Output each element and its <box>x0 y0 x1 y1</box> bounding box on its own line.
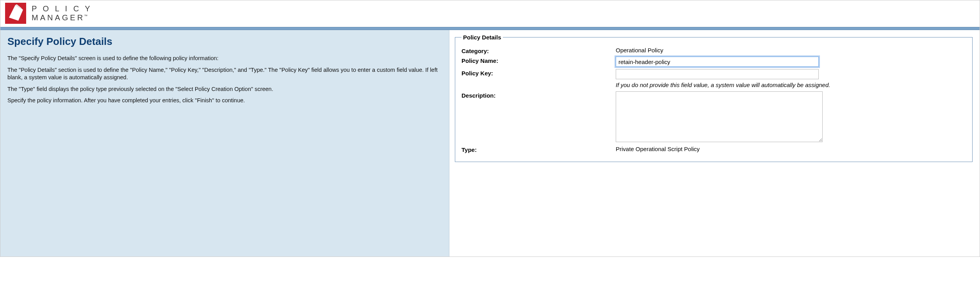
help-paragraph: The "Policy Details" section is used to … <box>7 66 442 82</box>
description-textarea[interactable] <box>616 91 823 142</box>
content: Specify Policy Details The "Specify Poli… <box>0 30 980 256</box>
logo-icon <box>5 3 26 24</box>
brand-line1: P O L I C Y <box>32 4 92 13</box>
form-panel: Policy Details Category: Operational Pol… <box>449 30 980 256</box>
help-paragraph: The "Type" field displays the policy typ… <box>7 86 442 93</box>
header-divider <box>0 27 980 30</box>
policy-key-hint: If you do not provide this field value, … <box>616 82 966 88</box>
brand-line2: MANAGER™ <box>32 13 92 22</box>
row-policy-key: Policy Key: <box>461 69 966 79</box>
label-category: Category: <box>461 47 616 54</box>
label-policy-name: Policy Name: <box>461 57 616 64</box>
brand-tm: ™ <box>84 14 87 18</box>
help-panel: Specify Policy Details The "Specify Poli… <box>0 30 449 256</box>
page-title: Specify Policy Details <box>7 36 442 48</box>
policy-name-input[interactable] <box>616 57 819 67</box>
help-paragraph: Specify the policy information. After yo… <box>7 97 442 105</box>
value-category: Operational Policy <box>616 47 663 53</box>
header: P O L I C Y MANAGER™ <box>0 0 980 27</box>
policy-key-input[interactable] <box>616 69 819 79</box>
help-paragraph: The "Specify Policy Details" screen is u… <box>7 55 442 62</box>
label-description: Description: <box>461 91 616 99</box>
label-policy-key: Policy Key: <box>461 69 616 77</box>
row-policy-name: Policy Name: <box>461 57 966 67</box>
page: P O L I C Y MANAGER™ Specify Policy Deta… <box>0 0 980 257</box>
brand-text: P O L I C Y MANAGER™ <box>32 4 92 22</box>
policy-details-fieldset: Policy Details Category: Operational Pol… <box>455 34 973 162</box>
row-category: Category: Operational Policy <box>461 47 966 54</box>
value-type: Private Operational Script Policy <box>616 146 700 152</box>
row-type: Type: Private Operational Script Policy <box>461 146 966 153</box>
row-description: Description: <box>461 91 966 143</box>
fieldset-legend: Policy Details <box>461 34 503 41</box>
label-type: Type: <box>461 146 616 153</box>
